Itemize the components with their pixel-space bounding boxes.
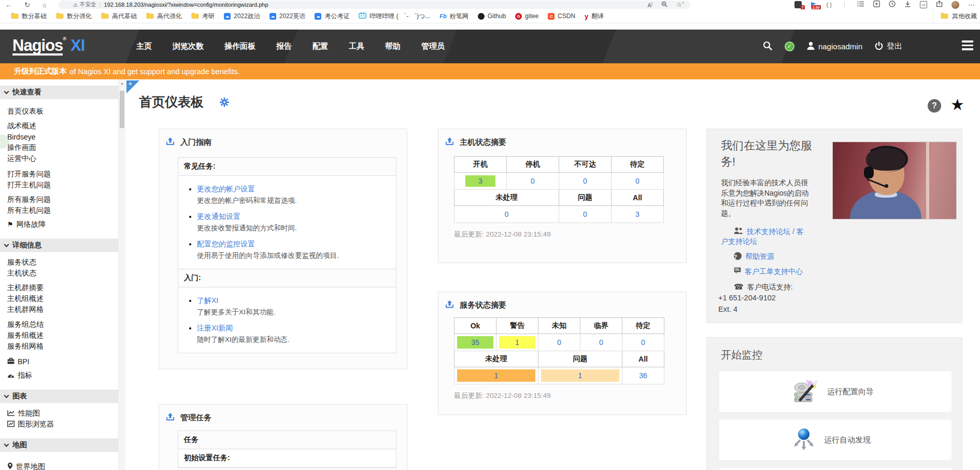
register-xi-news-link[interactable]: 注册XI新闻 <box>197 324 233 332</box>
logout-button[interactable]: 登出 <box>875 42 902 52</box>
sidebar-item-world-map[interactable]: 世界地图 <box>0 461 118 470</box>
section-quick-view[interactable]: 快速查看 <box>0 86 118 99</box>
section-maps[interactable]: 地图 <box>0 438 118 452</box>
history-icon[interactable] <box>889 0 896 9</box>
help-icon[interactable]: ? <box>928 99 941 113</box>
services-ok-count[interactable]: 35 <box>457 336 493 349</box>
share-icon[interactable] <box>936 0 943 9</box>
ticket-support-link[interactable]: 客户工单支持中心 <box>721 267 805 277</box>
sidebar-item-servicegroup-summary[interactable]: 服务组总结 <box>0 319 118 330</box>
hosts-problems-count[interactable]: 0 <box>559 206 612 223</box>
sidebar-item-all-host-problems[interactable]: 所有主机问题 <box>0 205 118 216</box>
sidebar-scrollbar[interactable]: ▲ <box>118 79 125 470</box>
bookmark[interactable]: ☁ 2022英语 <box>265 9 310 23</box>
sidebar-item-hostgroup-grid[interactable]: 主机群网格 <box>0 304 118 315</box>
sidebar-item-hostgroup-summary[interactable]: 主机群摘要 <box>0 282 118 293</box>
profile-avatar[interactable] <box>951 1 959 9</box>
nav-configure[interactable]: 配置 <box>313 42 328 51</box>
nav-dashboards[interactable]: 操作面板 <box>224 42 255 51</box>
search-icon[interactable] <box>763 41 772 52</box>
hamburger-menu-icon[interactable] <box>962 40 973 50</box>
nav-home[interactable]: 主页 <box>136 42 152 51</box>
url-field[interactable]: ⚠ 不安全 192.168.18.203/nagiosxi/?xiwindow=… <box>59 1 690 9</box>
sidebar-item-service-status[interactable]: 服务状态 <box>0 257 118 268</box>
bookmark[interactable]: 数分强化 <box>51 9 96 23</box>
configure-monitoring-link[interactable]: 配置您的监控设置 <box>197 240 255 248</box>
bookmark[interactable]: Github <box>473 9 510 23</box>
dashlet-arrow-icon[interactable] <box>166 137 175 148</box>
services-pending-count[interactable]: 0 <box>622 334 664 351</box>
status-check-icon[interactable]: ✓ <box>785 42 794 51</box>
sidebar-item-performance-graphs[interactable]: 性能图 <box>0 408 118 419</box>
read-aloud-icon[interactable]: A) <box>647 2 652 8</box>
account-settings-link[interactable]: 更改您的帐户设置 <box>197 185 255 193</box>
bookmark[interactable]: C CSDN <box>543 9 580 23</box>
nav-reports[interactable]: 报告 <box>276 42 292 51</box>
braces-extension-icon[interactable]: { } <box>827 2 832 8</box>
upgrade-link[interactable]: 升级到正式版本 <box>14 66 67 76</box>
sidebar-item-network-outages[interactable]: ⚑ 网络故障 <box>0 219 118 230</box>
sidebar-item-operations-screen[interactable]: 操作画面 <box>0 142 118 153</box>
user-menu[interactable]: nagiosadmin <box>807 42 862 51</box>
services-critical-count[interactable]: 0 <box>580 334 622 351</box>
favorite-add-icon[interactable]: ☆+ <box>676 1 684 8</box>
hosts-down-count[interactable]: 0 <box>507 173 559 190</box>
bookmark[interactable]: G gitee <box>510 9 543 23</box>
sidebar-item-birdseye[interactable]: Birdseye <box>0 131 118 142</box>
nav-views[interactable]: 浏览次数 <box>173 42 204 51</box>
sidebar-item-servicegroup-overview[interactable]: 服务组概述 <box>0 330 118 341</box>
bookmark[interactable]: 数分基础 <box>6 9 51 23</box>
nav-admin[interactable]: 管理员 <box>421 42 445 51</box>
dashlet-arrow-icon[interactable] <box>445 137 454 148</box>
back-button[interactable]: ← <box>5 1 12 9</box>
sidebar-item-operations-center[interactable]: 运营中心 <box>0 153 118 164</box>
url-text[interactable]: 192.168.18.203/nagiosxi/?xiwindow=config… <box>104 2 268 8</box>
bookmark[interactable]: 哔哩哔哩 ( ゜- ゜)つ... <box>354 9 435 23</box>
services-all-count[interactable]: 36 <box>622 367 664 384</box>
support-forum-link[interactable]: 技术支持论坛 / 客户支持论坛 <box>721 227 805 246</box>
hosts-up-count[interactable]: 3 <box>465 175 495 187</box>
scroll-up-icon[interactable]: ▲ <box>119 79 125 87</box>
bookmark[interactable]: ☁ 2022政治 <box>219 9 265 23</box>
sidebar-item-graph-explorer[interactable]: 图形浏览器 <box>0 419 118 430</box>
bookmark[interactable]: 考研 <box>187 9 219 23</box>
dashlet-arrow-icon[interactable] <box>445 300 454 311</box>
services-problems-count[interactable]: 1 <box>541 369 619 382</box>
security-label[interactable]: 不安全 <box>80 1 96 8</box>
sidebar-item-host-status[interactable]: 主机状态 <box>0 268 118 279</box>
extension-dark-icon[interactable]: 7 <box>794 1 802 8</box>
sidebar-item-hostgroup-overview[interactable]: 主机组概述 <box>0 293 118 304</box>
sidebar-item-all-service-problems[interactable]: 所有服务问题 <box>0 194 118 205</box>
help-resources-link[interactable]: ?帮助资源 <box>721 252 805 261</box>
hosts-unreachable-count[interactable]: 0 <box>559 173 612 190</box>
collections-add-icon[interactable] <box>873 0 880 9</box>
section-details[interactable]: 详细信息 <box>0 239 118 252</box>
sidebar-item-home-dashboard[interactable]: 首页仪表板 <box>0 106 118 117</box>
extension-flag-icon[interactable]: 2.00 <box>811 1 818 8</box>
sidebar-item-tactical-overview[interactable]: 战术概述 <box>0 120 118 131</box>
services-unhandled-count[interactable]: 1 <box>457 369 535 382</box>
sidebar-item-bpi[interactable]: BPI <box>0 356 118 367</box>
learn-xi-link[interactable]: 了解XI <box>197 296 218 305</box>
nav-tools[interactable]: 工具 <box>349 42 364 51</box>
bookmark[interactable]: Fb 粉笔网 <box>435 9 473 23</box>
sidebar-item-open-host-problems[interactable]: 打开主机问题 <box>0 179 118 190</box>
hosts-unhandled-count[interactable]: 0 <box>455 206 559 223</box>
sidebar-item-metrics[interactable]: 指标 <box>0 370 118 381</box>
sidebar-item-servicegroup-grid[interactable]: 服务组网格 <box>0 341 118 352</box>
notification-settings-link[interactable]: 更改通知设置 <box>197 212 240 220</box>
run-auto-discovery-button[interactable]: 运行自动发现 <box>719 420 951 460</box>
math-solver-icon[interactable]: √x <box>920 1 927 8</box>
hosts-all-count[interactable]: 3 <box>612 206 664 223</box>
start-monitoring-row-partial[interactable] <box>719 468 951 470</box>
run-config-wizard-button[interactable]: 运行配置向导 <box>719 371 951 412</box>
refresh-button[interactable]: ↻ <box>24 1 30 9</box>
services-unknown-count[interactable]: 0 <box>538 334 580 351</box>
nav-help[interactable]: 帮助 <box>385 42 401 51</box>
bookmark[interactable]: ☁ 考公考证 <box>310 9 354 23</box>
home-button[interactable]: ⌂ <box>42 1 47 9</box>
nagios-logo[interactable]: Nagios®XI <box>12 36 84 56</box>
favorite-star-icon[interactable]: ★ <box>950 95 964 114</box>
sidebar-item-open-service-problems[interactable]: 打开服务问题 <box>0 169 118 179</box>
section-graphs[interactable]: 图表 <box>0 390 118 403</box>
